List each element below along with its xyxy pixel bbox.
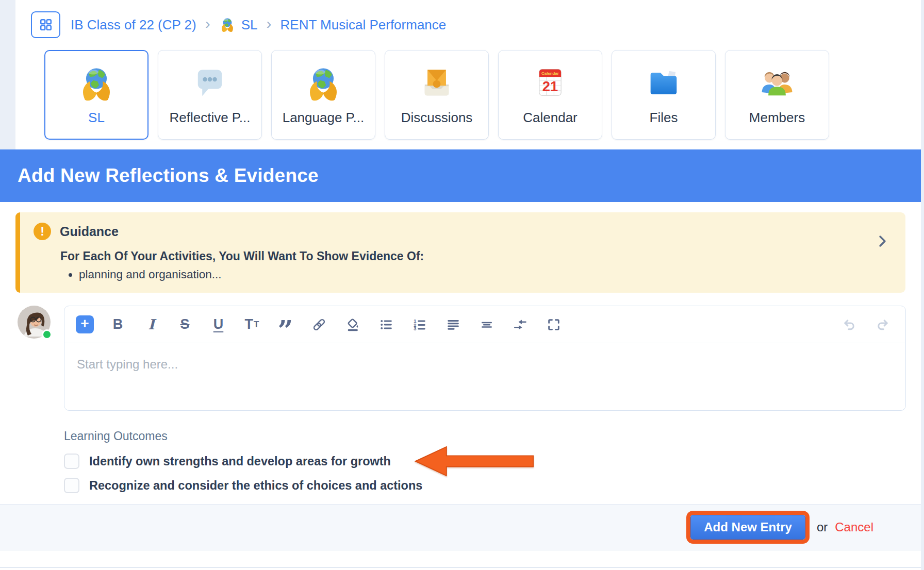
- alert-exclamation-icon: !: [34, 223, 51, 240]
- font-size-button[interactable]: TT: [242, 315, 261, 334]
- apps-grid-icon: [38, 17, 54, 32]
- learning-outcome-row: Recognize and consider the ethics of cho…: [64, 476, 422, 495]
- nav-card-label: Calendar: [523, 110, 578, 126]
- nav-card-label: Reflective P...: [169, 110, 250, 126]
- rich-text-editor: + B I S U TT ” Start typing here...: [64, 306, 906, 411]
- speech-bubble-icon: [190, 64, 229, 103]
- add-entry-form: ! Guidance For Each Of Your Activities, …: [0, 202, 921, 570]
- learning-outcome-row: Identify own strengths and develop areas…: [64, 451, 536, 471]
- chevron-right-icon[interactable]: [876, 234, 890, 248]
- nav-card-files[interactable]: Files: [612, 50, 716, 140]
- nav-card-label: SL: [88, 110, 105, 126]
- breadcrumb-activity-link[interactable]: RENT Musical Performance: [280, 17, 447, 33]
- people-group-icon: [757, 64, 797, 103]
- globe-hands-icon: [219, 16, 236, 33]
- guidance-title: Guidance: [60, 224, 119, 239]
- envelope-icon: [417, 64, 456, 103]
- paint-fill-icon: [345, 317, 360, 332]
- link-button[interactable]: [309, 315, 328, 334]
- globe-hands-icon: [77, 64, 116, 103]
- nav-card-label: Language P...: [283, 110, 365, 126]
- align-left-icon: [446, 317, 460, 332]
- guidance-callout: ! Guidance For Each Of Your Activities, …: [15, 212, 905, 293]
- fill-color-button[interactable]: [343, 315, 362, 334]
- italic-button[interactable]: I: [142, 315, 161, 334]
- breadcrumb-sl-link[interactable]: SL: [241, 17, 258, 33]
- globe-hands-icon: [304, 64, 343, 103]
- editor-toolbar: + B I S U TT ”: [64, 306, 905, 343]
- breadcrumb-separator: ›: [205, 15, 210, 35]
- top-panel: IB Class of 22 (CP 2) › SL › RENT Musica…: [15, 0, 921, 149]
- annotation-highlight: Add New Entry: [686, 511, 810, 544]
- guidance-bullet: planning and organisation...: [79, 268, 890, 281]
- underline-button[interactable]: U: [209, 315, 228, 334]
- breadcrumb-separator: ›: [267, 15, 272, 35]
- numbered-list-button[interactable]: [410, 315, 429, 334]
- redo-icon: [875, 317, 890, 332]
- section-header-bar: Add New Reflections & Evidence: [0, 149, 921, 202]
- svg-text:Calendar: Calendar: [541, 71, 559, 76]
- nav-card-calendar[interactable]: Calendar 21 Calendar: [498, 50, 602, 140]
- user-avatar: [18, 306, 51, 339]
- bold-button[interactable]: B: [108, 315, 127, 334]
- nav-card-label: Files: [650, 110, 678, 126]
- nav-card-label: Members: [749, 110, 805, 126]
- bullet-list-button[interactable]: [376, 315, 395, 334]
- align-button[interactable]: [443, 315, 463, 334]
- learning-outcome-checkbox[interactable]: [64, 454, 79, 469]
- nav-card-label: Discussions: [401, 110, 473, 126]
- guidance-subtitle: For Each Of Your Activities, You Will Wa…: [60, 249, 890, 263]
- learning-outcome-label[interactable]: Identify own strengths and develop areas…: [89, 455, 391, 468]
- section-title: Add New Reflections & Evidence: [18, 165, 319, 187]
- or-text: or: [817, 520, 828, 534]
- nav-cards: SL Reflective P... Language P... Discuss…: [44, 50, 829, 140]
- bottom-divider: [0, 567, 921, 568]
- add-new-entry-button[interactable]: Add New Entry: [690, 515, 805, 540]
- nav-card-sl[interactable]: SL: [44, 50, 148, 140]
- redo-button[interactable]: [873, 315, 892, 334]
- editor-text-area[interactable]: Start typing here...: [64, 343, 905, 410]
- apps-grid-button[interactable]: [31, 11, 60, 38]
- calendar-icon: Calendar 21: [531, 64, 570, 103]
- line-spacing-icon: [480, 317, 494, 332]
- breadcrumb: IB Class of 22 (CP 2) › SL › RENT Musica…: [15, 0, 921, 38]
- learning-outcome-label[interactable]: Recognize and consider the ethics of cho…: [89, 479, 422, 493]
- fullscreen-button[interactable]: [544, 315, 563, 334]
- text-direction-icon: [513, 317, 527, 332]
- cancel-link[interactable]: Cancel: [835, 520, 873, 534]
- insert-button[interactable]: +: [76, 315, 94, 333]
- annotation-arrow: [413, 446, 536, 477]
- folder-icon: [644, 64, 683, 103]
- text-direction-button[interactable]: [510, 315, 530, 334]
- svg-text:21: 21: [542, 78, 558, 94]
- nav-card-members[interactable]: Members: [725, 50, 829, 140]
- breadcrumb-class-link[interactable]: IB Class of 22 (CP 2): [71, 17, 196, 33]
- undo-icon: [842, 317, 857, 332]
- nav-card-language-portfolio[interactable]: Language P...: [271, 50, 375, 140]
- fullscreen-icon: [547, 317, 561, 332]
- learning-outcome-checkbox[interactable]: [64, 478, 79, 493]
- bullet-list-icon: [379, 317, 393, 332]
- link-icon: [312, 317, 326, 332]
- form-footer: Add New Entry or Cancel: [0, 504, 921, 550]
- nav-card-reflective-project[interactable]: Reflective P...: [158, 50, 262, 140]
- learning-outcomes-label: Learning Outcomes: [64, 429, 168, 443]
- blockquote-button[interactable]: ”: [276, 315, 295, 334]
- line-spacing-button[interactable]: [477, 315, 496, 334]
- online-status-dot: [42, 329, 52, 340]
- strikethrough-button[interactable]: S: [175, 315, 194, 334]
- nav-card-discussions[interactable]: Discussions: [385, 50, 489, 140]
- numbered-list-icon: [412, 317, 427, 332]
- undo-button[interactable]: [839, 315, 859, 334]
